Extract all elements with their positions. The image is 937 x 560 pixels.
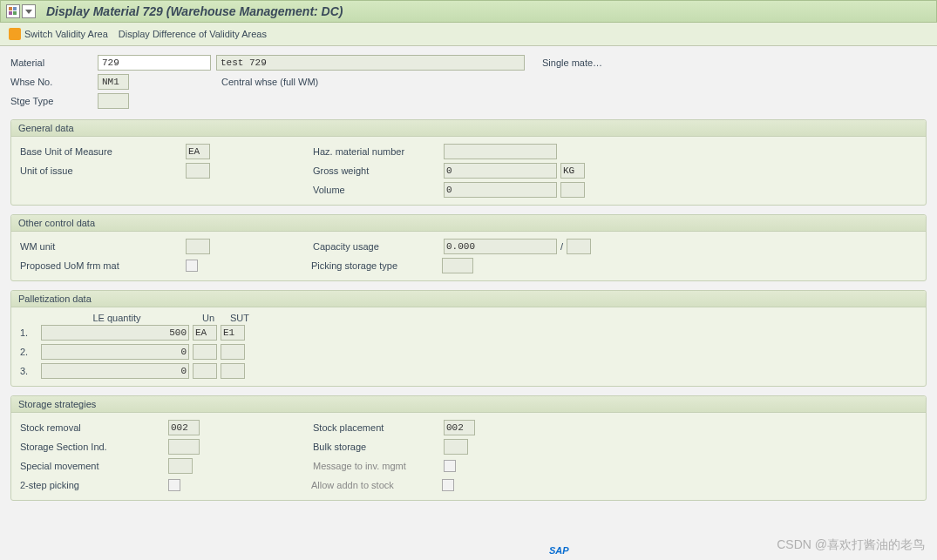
- base-uom-input[interactable]: [186, 144, 210, 159]
- material-input[interactable]: [98, 55, 211, 71]
- pallet-sut-input[interactable]: [221, 363, 245, 379]
- storage-section-input[interactable]: [168, 439, 200, 455]
- base-uom-label: Base Unit of Measure: [20, 146, 186, 157]
- proposed-uom-checkbox[interactable]: [186, 260, 198, 272]
- volume-unit-input[interactable]: [560, 182, 585, 198]
- bulk-storage-label: Bulk storage: [313, 442, 444, 452]
- svg-marker-4: [25, 10, 32, 14]
- storage-strategies-section: Storage strategies Stock removal Stock p…: [10, 395, 927, 501]
- allow-addn-label: Allow addn to stock: [311, 480, 442, 490]
- other-control-section: Other control data WM unit Capacity usag…: [10, 214, 927, 281]
- special-movement-input[interactable]: [168, 458, 193, 474]
- display-difference-label: Display Difference of Validity Areas: [119, 29, 267, 39]
- switch-icon: [9, 28, 21, 40]
- title-icon-group: [6, 4, 36, 18]
- un-header: Un: [193, 313, 224, 323]
- pallet-sut-input[interactable]: [221, 344, 245, 360]
- msg-inv-mgmt-label: Message to inv. mgmt: [313, 461, 444, 471]
- svg-rect-2: [9, 11, 12, 15]
- pallet-qty-input[interactable]: [41, 325, 189, 341]
- general-data-section: General data Base Unit of Measure Haz. m…: [10, 119, 927, 206]
- switch-validity-button[interactable]: Switch Validity Area: [9, 28, 108, 40]
- capacity-separator: /: [557, 241, 567, 252]
- window-title: Display Material 729 (Warehouse Manageme…: [46, 4, 343, 18]
- capacity-unit-input[interactable]: [567, 239, 591, 254]
- pallet-row-num: 2.: [20, 347, 41, 357]
- material-desc-input[interactable]: [216, 55, 525, 71]
- two-step-label: 2-step picking: [20, 480, 168, 490]
- pallet-qty-input[interactable]: [41, 344, 189, 360]
- proposed-uom-label: Proposed UoM frm mat: [20, 260, 186, 271]
- stge-type-input[interactable]: [98, 93, 129, 109]
- stock-removal-input[interactable]: [168, 420, 200, 435]
- capacity-input[interactable]: [444, 239, 557, 254]
- pallet-sut-input[interactable]: [221, 325, 245, 341]
- pallet-row: 3.: [20, 361, 917, 381]
- gross-weight-input[interactable]: [444, 163, 557, 179]
- svg-rect-0: [9, 7, 12, 10]
- sut-header: SUT: [224, 313, 255, 323]
- stock-placement-label: Stock placement: [313, 422, 444, 433]
- pallet-un-input[interactable]: [193, 344, 217, 360]
- dropdown-icon[interactable]: [22, 4, 36, 18]
- display-difference-button[interactable]: Display Difference of Validity Areas: [119, 29, 267, 39]
- window-titlebar: Display Material 729 (Warehouse Manageme…: [0, 0, 937, 23]
- palletization-section: Palletization data LE quantity Un SUT 1.…: [10, 290, 927, 387]
- pallet-row-num: 1.: [20, 327, 41, 338]
- volume-label: Volume: [313, 185, 444, 195]
- whse-label: Whse No.: [10, 77, 98, 87]
- picking-storage-input[interactable]: [442, 258, 473, 273]
- stock-placement-input[interactable]: [444, 420, 475, 435]
- wm-unit-label: WM unit: [20, 241, 186, 252]
- capacity-label: Capacity usage: [313, 241, 444, 252]
- special-movement-label: Special movement: [20, 461, 168, 471]
- sap-logo: SAP: [549, 545, 569, 556]
- whse-input[interactable]: [98, 74, 129, 90]
- pallet-un-input[interactable]: [193, 325, 217, 341]
- gross-weight-unit-input[interactable]: [560, 163, 585, 179]
- le-quantity-header: LE quantity: [41, 313, 193, 323]
- two-step-checkbox[interactable]: [168, 479, 180, 491]
- unit-issue-input[interactable]: [186, 163, 210, 179]
- wm-unit-input[interactable]: [186, 239, 210, 254]
- material-extra-text: Single mate…: [537, 57, 602, 68]
- pallet-row: 1.: [20, 323, 917, 342]
- bulk-storage-input[interactable]: [444, 439, 468, 455]
- switch-validity-label: Switch Validity Area: [24, 29, 108, 39]
- palletization-header: Palletization data: [11, 291, 926, 307]
- other-control-header: Other control data: [11, 215, 926, 232]
- pallet-qty-input[interactable]: [41, 363, 189, 379]
- volume-input[interactable]: [444, 182, 557, 198]
- application-toolbar: Switch Validity Area Display Difference …: [0, 23, 937, 46]
- haz-number-input[interactable]: [444, 144, 557, 159]
- svg-rect-1: [13, 7, 17, 10]
- pallet-un-input[interactable]: [193, 363, 217, 379]
- allow-addn-checkbox[interactable]: [442, 479, 454, 491]
- unit-issue-label: Unit of issue: [20, 165, 186, 176]
- stge-type-label: Stge Type: [10, 96, 98, 106]
- general-data-header: General data: [11, 120, 926, 137]
- storage-strategies-header: Storage strategies: [11, 396, 926, 413]
- watermark-text: CSDN @喜欢打酱油的老鸟: [777, 537, 925, 553]
- whse-desc-text: Central whse (full WM): [216, 77, 318, 87]
- msg-inv-mgmt-checkbox[interactable]: [444, 460, 456, 472]
- stock-removal-label: Stock removal: [20, 422, 168, 433]
- haz-number-label: Haz. material number: [313, 146, 444, 157]
- picking-storage-label: Picking storage type: [311, 260, 442, 271]
- pallet-row-num: 3.: [20, 366, 41, 376]
- svg-rect-3: [13, 11, 17, 15]
- material-label: Material: [10, 57, 98, 68]
- pallet-row: 2.: [20, 342, 917, 361]
- storage-section-label: Storage Section Ind.: [20, 442, 168, 452]
- gross-weight-label: Gross weight: [313, 165, 444, 176]
- views-icon[interactable]: [6, 4, 20, 18]
